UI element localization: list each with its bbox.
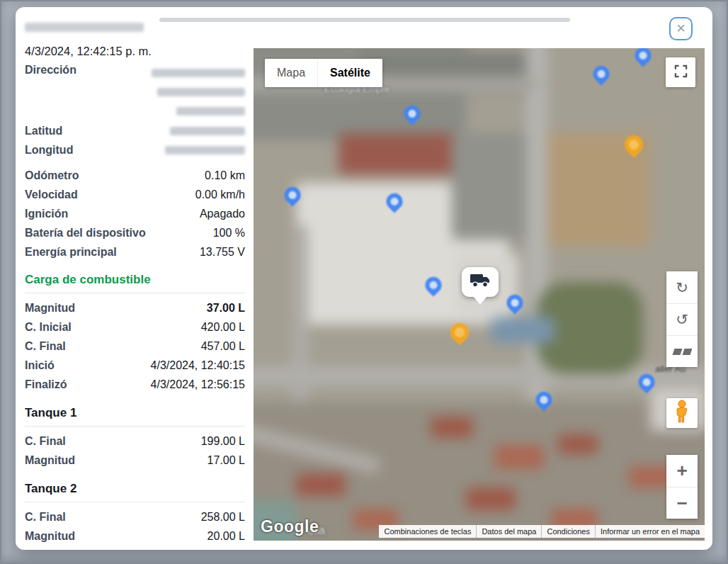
fuel-initial-label: C. Inicial [25, 317, 72, 337]
divider [25, 293, 245, 293]
tank1-heading: Tanque 1 [25, 404, 245, 422]
speed-value: 0.00 km/h [195, 185, 245, 204]
redacted-line [157, 88, 245, 96]
redacted-device-title [25, 23, 144, 32]
fuel-start-label: Inició [25, 356, 55, 375]
marker-tail [474, 297, 487, 305]
fuel-start-value: 4/3/2024, 12:40:15 [151, 356, 245, 375]
tank2-final-value: 258.00 L [201, 507, 245, 526]
tank1-magnitude-label: Magnitud [25, 451, 75, 470]
keyboard-shortcuts-link[interactable]: Combinaciones de teclas [379, 525, 476, 538]
ignition-label: Ignición [25, 204, 68, 223]
map-type-mapa-button[interactable]: Mapa [265, 59, 317, 87]
zoom-out-button[interactable]: − [666, 487, 698, 519]
zoom-out-icon: − [676, 492, 687, 514]
rotate-clockwise-button[interactable]: ↻ [666, 271, 698, 303]
redacted-address-value [152, 64, 245, 115]
map-footer: Google Combinaciones de teclas Datos del… [254, 521, 705, 541]
redacted-longitude-value [165, 146, 245, 154]
odometer-row: Odómetro 0.10 km [25, 166, 245, 185]
zoom-in-icon: + [676, 460, 687, 482]
device-battery-value: 100 % [213, 223, 245, 242]
map-type-satelite-button[interactable]: Satélite [317, 59, 382, 87]
tank1-magnitude-value: 17.00 L [207, 451, 245, 470]
tilt-45-icon [673, 349, 691, 355]
tank2-final-row: C. Final 258.00 L [25, 507, 245, 526]
address-label: Dirección [25, 64, 76, 77]
map-data-link[interactable]: Datos del mapa [476, 525, 541, 538]
google-logo[interactable]: Google [261, 517, 319, 536]
speed-row: Velocidad 0.00 km/h [25, 185, 245, 204]
fullscreen-button[interactable] [666, 57, 695, 87]
fuel-initial-value: 420.00 L [201, 317, 245, 337]
report-error-link[interactable]: Informar un error en el mapa [595, 525, 705, 538]
fuel-magnitude-value: 37.00 L [207, 298, 245, 317]
fuel-start-row: Inició 4/3/2024, 12:40:15 [25, 356, 245, 375]
pegman-icon [674, 400, 690, 427]
tank1-final-row: C. Final 199.00 L [25, 432, 245, 451]
main-power-value: 13.755 V [200, 242, 245, 261]
vehicle-marker-bubble [462, 267, 499, 297]
main-power-label: Energía principal [25, 242, 117, 261]
tank1-final-value: 199.00 L [201, 432, 245, 451]
address-row: Dirección [25, 64, 245, 115]
fullscreen-icon [674, 64, 688, 81]
tank1-magnitude-row: Magnitud 17.00 L [25, 451, 245, 470]
odometer-label: Odómetro [25, 166, 79, 185]
detail-panel: 4/3/2024, 12:42:15 p. m. Dirección Latit… [25, 21, 245, 546]
fuel-magnitude-row: Magnitud 37.00 L [25, 298, 245, 317]
fuel-final-value: 457.00 L [201, 337, 245, 356]
ignition-row: Ignición Apagado [25, 204, 245, 223]
main-power-row: Energía principal 13.755 V [25, 242, 245, 261]
rotate-counterclockwise-button[interactable]: ↺ [666, 303, 698, 335]
device-battery-row: Batería del dispositivo 100 % [25, 223, 245, 242]
tank2-magnitude-row: Magnitud 20.00 L [25, 526, 245, 546]
fuel-end-value: 4/3/2024, 12:56:15 [151, 375, 245, 394]
longitude-row: Longitud [25, 140, 245, 159]
fuel-final-row: C. Final 457.00 L [25, 337, 245, 356]
fuel-end-label: Finalizó [25, 375, 67, 394]
odometer-value: 0.10 km [205, 166, 245, 185]
redacted-line [176, 107, 245, 115]
close-icon: ✕ [676, 23, 686, 35]
rotate-counterclockwise-icon: ↺ [676, 311, 688, 328]
fuel-load-heading: Carga de combustible [25, 271, 245, 289]
tank1-final-label: C. Final [25, 432, 66, 451]
device-battery-label: Batería del dispositivo [25, 223, 146, 242]
redacted-line [152, 69, 245, 77]
latitude-label: Latitud [25, 121, 62, 140]
ignition-value: Apagado [200, 204, 245, 223]
map-type-control: Mapa Satélite [265, 59, 382, 87]
divider [25, 426, 245, 427]
latitude-row: Latitud [25, 121, 245, 140]
record-timestamp: 4/3/2024, 12:42:15 p. m. [25, 45, 245, 58]
street-view-pegman-button[interactable] [666, 398, 698, 428]
tank2-magnitude-label: Magnitud [25, 526, 75, 546]
fuel-end-row: Finalizó 4/3/2024, 12:56:15 [25, 375, 245, 394]
divider [25, 502, 245, 502]
fuel-initial-row: C. Inicial 420.00 L [25, 317, 245, 337]
close-button[interactable]: ✕ [669, 17, 693, 40]
rotate-clockwise-icon: ↻ [676, 279, 688, 296]
fuel-final-label: C. Final [25, 337, 66, 356]
redacted-latitude-value [170, 127, 245, 135]
longitude-label: Longitud [25, 140, 73, 159]
fuel-magnitude-label: Magnitud [25, 298, 75, 317]
zoom-in-button[interactable]: + [666, 455, 698, 487]
speed-label: Velocidad [25, 185, 78, 204]
vehicle-marker[interactable] [462, 267, 499, 305]
tilt-view-button[interactable] [666, 335, 698, 367]
terms-link[interactable]: Condiciones [541, 525, 595, 538]
tank2-heading: Tanque 2 [25, 480, 245, 498]
map-attribution: Combinaciones de teclas Datos del mapa C… [379, 525, 705, 538]
tank2-magnitude-value: 20.00 L [207, 526, 245, 546]
rotate-tilt-control: ↻ ↺ [666, 271, 698, 367]
truck-icon [470, 273, 491, 291]
zoom-control: + − [666, 455, 698, 519]
vehicle-detail-modal: ✕ 4/3/2024, 12:42:15 p. m. Dirección Lat… [16, 7, 712, 550]
google-map[interactable]: Ecología Empre aller Au uila [254, 48, 705, 541]
tank2-final-label: C. Final [25, 507, 66, 526]
